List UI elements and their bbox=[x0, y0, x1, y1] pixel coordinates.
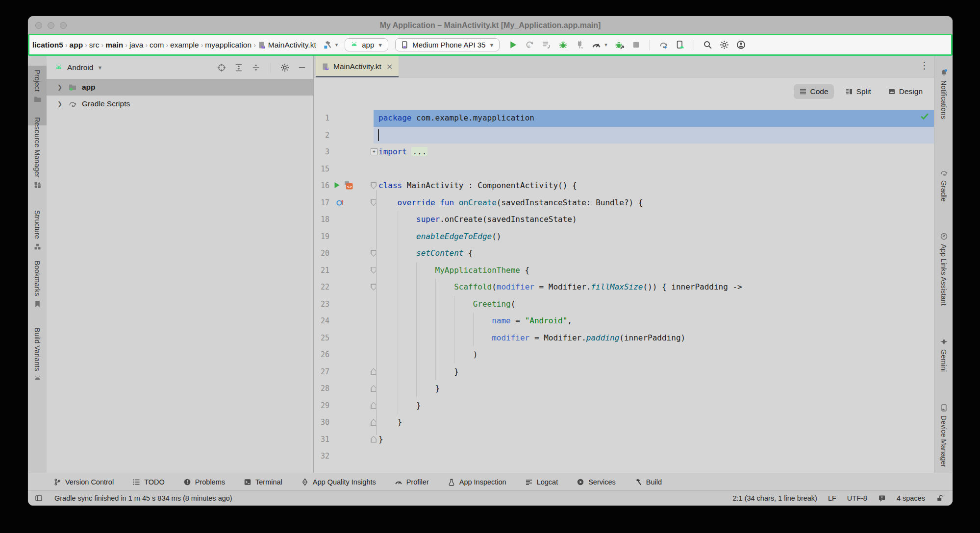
tool-window-button-terminal[interactable]: Terminal bbox=[244, 478, 282, 486]
tool-stripe-item-resource-manager[interactable]: Resource Manager bbox=[28, 117, 47, 189]
tool-stripe-item-app-links-assistant[interactable]: App Links Assistant bbox=[934, 232, 953, 306]
tree-row-app[interactable]: ❯app bbox=[47, 79, 313, 96]
lock-open-icon[interactable] bbox=[936, 494, 944, 502]
status-widget-caret-position[interactable]: 2:1 (34 chars, 1 line break) bbox=[732, 494, 817, 502]
layout-toggle-icon[interactable] bbox=[35, 494, 43, 502]
status-widget-4-spaces[interactable]: 4 spaces bbox=[897, 494, 925, 502]
tool-window-button-build[interactable]: Build bbox=[634, 478, 662, 486]
tool-window-button-logcat[interactable]: Logcat bbox=[525, 478, 558, 486]
code-line-31[interactable]: 31} bbox=[314, 431, 934, 448]
code-line-32[interactable]: 32 bbox=[314, 448, 934, 465]
override-method-icon[interactable] bbox=[335, 198, 344, 207]
close-tab-icon[interactable]: ✕ bbox=[386, 62, 393, 72]
breadcrumb-item-lication5[interactable]: lication5 bbox=[32, 41, 63, 49]
run-button[interactable] bbox=[508, 40, 518, 49]
code-line-2[interactable]: 2 bbox=[314, 127, 934, 144]
mode-split-button[interactable]: Split bbox=[840, 84, 877, 99]
status-widget-lf[interactable]: LF bbox=[828, 494, 836, 502]
code-viewport[interactable]: 1package com.example.myapplication23+imp… bbox=[314, 110, 934, 465]
fold-marker[interactable] bbox=[371, 436, 377, 443]
code-line-21[interactable]: 21 MyApplicationTheme { bbox=[314, 262, 934, 279]
code-line-24[interactable]: 24 name = "Android", bbox=[314, 313, 934, 330]
tree-row-gradle-scripts[interactable]: ❯Gradle Scripts bbox=[47, 96, 313, 112]
fold-marker[interactable] bbox=[371, 182, 377, 189]
chevron-down-icon[interactable]: ▾ bbox=[604, 42, 607, 48]
rerun-button[interactable]: A bbox=[525, 40, 534, 49]
profiler-button[interactable] bbox=[592, 40, 601, 49]
code-line-19[interactable]: 19 enableEdgeToEdge() bbox=[314, 228, 934, 245]
device-select[interactable]: Medium Phone API 35 ▼ bbox=[395, 38, 500, 51]
tool-stripe-item-bookmarks[interactable]: Bookmarks bbox=[28, 261, 47, 308]
code-line-22[interactable]: 22 Scaffold(modifier = Modifier.fillMaxS… bbox=[314, 279, 934, 296]
chevron-right-icon[interactable]: ❯ bbox=[57, 100, 64, 107]
search-button[interactable] bbox=[703, 40, 712, 49]
debug-button[interactable] bbox=[558, 40, 568, 49]
code-line-1[interactable]: 1package com.example.myapplication bbox=[314, 110, 934, 127]
profile-app-button[interactable] bbox=[615, 40, 624, 49]
status-widget-utf-8[interactable]: UTF-8 bbox=[847, 494, 867, 502]
tool-window-button-app-inspection[interactable]: App Inspection bbox=[448, 478, 506, 486]
code-line-15[interactable]: 15 bbox=[314, 161, 934, 178]
code-line-3[interactable]: 3+import ... bbox=[314, 144, 934, 161]
breadcrumb-item-main[interactable]: main bbox=[105, 41, 123, 49]
gradle-sync-button[interactable] bbox=[659, 40, 668, 49]
apply-changes-button[interactable] bbox=[542, 40, 551, 49]
settings-button[interactable] bbox=[720, 40, 729, 49]
tool-window-button-problems[interactable]: Problems bbox=[183, 478, 225, 486]
code-line-29[interactable]: 29 } bbox=[314, 397, 934, 414]
tool-stripe-item-notifications[interactable]: Notifications bbox=[934, 69, 953, 119]
tool-window-button-version-control[interactable]: Version Control bbox=[53, 478, 114, 486]
breadcrumb-item-myapplication[interactable]: myapplication bbox=[205, 41, 251, 49]
stop-button[interactable] bbox=[631, 40, 641, 49]
code-line-28[interactable]: 28 } bbox=[314, 380, 934, 397]
attach-debugger-button[interactable] bbox=[575, 40, 584, 49]
tool-stripe-item-structure[interactable]: Structure bbox=[28, 210, 47, 251]
title-bar[interactable]: My Application – MainActivity.kt [My_App… bbox=[28, 16, 953, 35]
expand-all-icon[interactable] bbox=[234, 63, 243, 72]
breadcrumb-item-com[interactable]: com bbox=[150, 41, 164, 49]
notice-icon[interactable] bbox=[878, 494, 886, 502]
tool-window-button-app-quality-insights[interactable]: App Quality Insights bbox=[301, 478, 376, 486]
code-line-17[interactable]: 17 override fun onCreate(savedInstanceSt… bbox=[314, 194, 934, 212]
code-line-23[interactable]: 23 Greeting( bbox=[314, 296, 934, 313]
settings-icon[interactable] bbox=[280, 63, 289, 72]
build-variant-picker[interactable]: ▾ bbox=[323, 40, 338, 49]
code-line-18[interactable]: 18 super.onCreate(savedInstanceState) bbox=[314, 211, 934, 228]
code-line-27[interactable]: 27 } bbox=[314, 363, 934, 381]
mode-code-button[interactable]: Code bbox=[794, 84, 834, 99]
code-line-26[interactable]: 26 ) bbox=[314, 346, 934, 363]
breadcrumb-item-app[interactable]: app bbox=[70, 41, 83, 49]
run-gutter-icon[interactable] bbox=[332, 181, 341, 190]
breadcrumb-item-src[interactable]: src bbox=[89, 41, 100, 49]
locate-icon[interactable] bbox=[217, 63, 226, 72]
chevron-right-icon[interactable]: ❯ bbox=[57, 84, 64, 91]
code-line-30[interactable]: 30 } bbox=[314, 414, 934, 431]
tool-window-button-todo[interactable]: TODO bbox=[132, 478, 165, 486]
editor-tab-mainactivity[interactable]: MainActivity.kt ✕ bbox=[316, 56, 399, 77]
mode-design-button[interactable]: Design bbox=[882, 84, 928, 99]
tool-window-button-profiler[interactable]: Profiler bbox=[395, 478, 429, 486]
tool-window-button-services[interactable]: Services bbox=[577, 478, 616, 486]
more-options-icon[interactable]: ⋮ bbox=[920, 60, 929, 71]
tool-stripe-item-build-variants[interactable]: Build Variants bbox=[28, 328, 47, 383]
collapse-all-icon[interactable] bbox=[251, 63, 260, 72]
code-line-20[interactable]: 20 setContent { bbox=[314, 245, 934, 262]
fold-marker[interactable]: + bbox=[371, 148, 377, 155]
gemini-icon bbox=[940, 338, 948, 346]
code-line-25[interactable]: 25 modifier = Modifier.padding(innerPadd… bbox=[314, 330, 934, 347]
account-button[interactable] bbox=[736, 40, 746, 49]
tool-stripe-item-device-manager[interactable]: Device Manager bbox=[934, 404, 953, 467]
tool-stripe-item-project[interactable]: Project bbox=[28, 70, 47, 103]
project-view-select[interactable]: Android ▼ bbox=[47, 63, 102, 72]
inspection-ok-icon[interactable] bbox=[920, 111, 930, 121]
hide-icon[interactable] bbox=[298, 63, 306, 72]
breadcrumb-item-mainactivity-kt[interactable]: MainActivity.kt bbox=[258, 41, 316, 49]
run-configuration-select[interactable]: app ▼ bbox=[345, 38, 388, 51]
tool-stripe-item-gemini[interactable]: Gemini bbox=[934, 338, 953, 372]
device-mirror-button[interactable] bbox=[676, 40, 685, 49]
code-line-16[interactable]: 16<>class MainActivity : ComponentActivi… bbox=[314, 177, 934, 194]
breadcrumb-item-java[interactable]: java bbox=[129, 41, 143, 49]
compose-preview-icon[interactable]: <> bbox=[344, 181, 353, 190]
breadcrumb-item-example[interactable]: example bbox=[170, 41, 199, 49]
tool-stripe-item-gradle[interactable]: Gradle bbox=[934, 169, 953, 202]
